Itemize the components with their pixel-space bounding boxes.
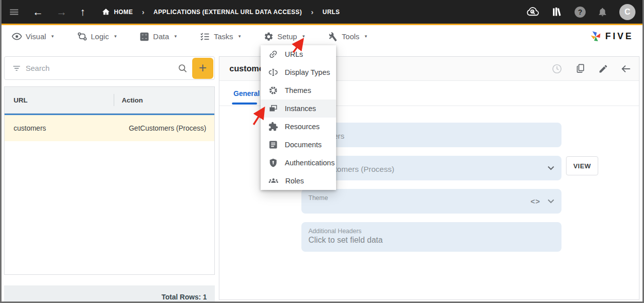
menu-item-themes[interactable]: Themes — [261, 81, 336, 99]
workflow-icon — [77, 31, 88, 42]
view-button[interactable]: VIEW — [566, 156, 598, 175]
chevron-down-icon[interactable] — [547, 199, 554, 204]
tools-icon — [328, 31, 338, 42]
theme-field[interactable]: Theme <> — [301, 189, 561, 214]
breadcrumb-home[interactable]: HOME — [102, 8, 133, 16]
breadcrumb: HOME › APPLICATIONS (EXTERNAL URL DATA A… — [102, 8, 340, 16]
menu-logic-label: Logic — [91, 32, 109, 41]
menu-tasks[interactable]: Tasks ▼ — [200, 31, 242, 42]
library-icon[interactable] — [551, 6, 563, 18]
history-clock-icon[interactable] — [551, 63, 562, 74]
additional-headers-placeholder: Click to set field data — [308, 236, 383, 245]
menu-item-instances[interactable]: Instances — [261, 99, 336, 118]
menu-tasks-label: Tasks — [214, 32, 233, 41]
people-group-icon — [268, 176, 279, 186]
five-pinwheel-icon — [589, 30, 602, 43]
table-header-row: URL Action — [5, 87, 214, 114]
table-row[interactable]: customers GetCustomers (Process) — [5, 114, 214, 141]
menu-setup[interactable]: Setup ▼ — [264, 32, 305, 42]
cell-url: customers — [5, 124, 114, 132]
chevron-down-icon: ▼ — [113, 34, 117, 39]
additional-headers-field[interactable]: Additional Headers Click to set field da… — [301, 222, 561, 252]
user-avatar[interactable]: C — [619, 4, 635, 20]
breadcrumb-urls[interactable]: URLS — [323, 9, 340, 16]
five-logo: FIVE — [589, 30, 633, 43]
breadcrumb-separator-icon: › — [138, 8, 148, 16]
gear-icon — [264, 32, 274, 42]
action-field[interactable]: GetCustomers (Process) — [301, 156, 561, 180]
collapse-back-icon[interactable] — [621, 63, 632, 74]
tab-general[interactable]: General — [233, 89, 260, 97]
top-navigation-bar: ← → ↑ HOME › APPLICATIONS (EXTERNAL URL … — [2, 0, 642, 24]
up-arrow-icon[interactable]: ↑ — [80, 7, 86, 17]
menu-item-roles-label: Roles — [285, 177, 304, 185]
chevron-down-icon: ▼ — [301, 34, 305, 39]
puzzle-icon — [268, 122, 278, 132]
copy-icon[interactable] — [575, 63, 586, 74]
column-header-url[interactable]: URL — [5, 96, 114, 104]
code-icon[interactable]: <> — [530, 197, 540, 206]
eye-icon — [12, 31, 22, 42]
chevron-down-icon: ▼ — [237, 34, 242, 39]
menu-item-resources-label: Resources — [285, 123, 319, 131]
cloud-search-icon[interactable] — [526, 5, 539, 19]
theme-wheel-icon — [268, 85, 278, 95]
menu-visual[interactable]: Visual ▼ — [12, 31, 55, 42]
menu-item-authentications-label: Authentications — [285, 159, 335, 167]
menu-item-urls-label: URLs — [285, 50, 303, 58]
chevron-down-icon[interactable] — [547, 166, 554, 170]
link-icon — [266, 47, 280, 61]
menu-item-authentications[interactable]: Authentications — [261, 154, 336, 172]
menu-item-roles[interactable]: Roles — [261, 172, 336, 190]
total-rows-label: Total Rows: 1 — [162, 293, 207, 301]
theme-field-label: Theme — [308, 194, 328, 201]
back-arrow-icon[interactable]: ← — [33, 7, 43, 17]
checklist-icon — [200, 31, 210, 42]
url-field[interactable]: customers — [301, 123, 561, 147]
chevron-down-icon: ▼ — [364, 34, 368, 39]
table-grid-icon — [139, 32, 149, 42]
breadcrumb-applications-label: APPLICATIONS (EXTERNAL URL DATA ACCESS) — [153, 9, 302, 16]
additional-headers-label: Additional Headers — [308, 228, 362, 235]
menu-item-themes-label: Themes — [285, 86, 311, 94]
filter-icon[interactable] — [12, 63, 22, 73]
shield-icon — [268, 158, 278, 168]
text-cursor-icon — [268, 67, 278, 77]
add-url-button[interactable]: + — [192, 58, 213, 79]
edit-pencil-icon[interactable] — [598, 64, 608, 74]
menu-setup-label: Setup — [277, 32, 297, 41]
setup-dropdown-menu: URLs Display Types Themes Instances — [261, 45, 336, 190]
menu-data-label: Data — [153, 32, 169, 41]
document-icon — [268, 140, 278, 150]
notifications-bell-icon[interactable] — [597, 7, 608, 17]
menu-item-urls[interactable]: URLs — [261, 45, 336, 63]
topbar-right-actions: ? C — [526, 4, 635, 20]
cell-action: GetCustomers (Process) — [114, 124, 214, 132]
breadcrumb-urls-label: URLS — [323, 9, 340, 16]
menu-item-display-types[interactable]: Display Types — [261, 63, 336, 81]
hamburger-menu-icon[interactable] — [9, 7, 20, 18]
menu-logic[interactable]: Logic ▼ — [77, 31, 118, 42]
menu-item-instances-label: Instances — [285, 105, 316, 113]
chevron-down-icon: ▼ — [174, 34, 178, 39]
menu-item-display-types-label: Display Types — [285, 68, 330, 76]
menu-tools-label: Tools — [342, 32, 359, 41]
breadcrumb-applications[interactable]: APPLICATIONS (EXTERNAL URL DATA ACCESS) — [153, 9, 302, 16]
search-icon[interactable] — [177, 63, 188, 74]
menu-tools[interactable]: Tools ▼ — [328, 31, 368, 42]
url-table: URL Action customers GetCustomers (Proce… — [4, 86, 215, 275]
column-header-action[interactable]: Action — [114, 96, 214, 104]
search-input[interactable] — [22, 64, 177, 72]
menu-data[interactable]: Data ▼ — [139, 32, 178, 42]
menu-visual-label: Visual — [26, 32, 46, 41]
forward-arrow-icon[interactable]: → — [56, 7, 67, 17]
url-list-panel: + URL Action customers GetCustomers (Pro… — [4, 56, 215, 300]
breadcrumb-separator-icon: › — [307, 8, 317, 16]
breadcrumb-home-label: HOME — [114, 9, 133, 16]
help-icon[interactable]: ? — [575, 7, 586, 18]
record-actions — [551, 63, 632, 74]
home-icon — [102, 8, 110, 16]
menu-item-resources[interactable]: Resources — [261, 118, 336, 136]
menu-item-documents[interactable]: Documents — [261, 136, 336, 154]
menubar: Visual ▼ Logic ▼ Data ▼ Tasks — [2, 25, 642, 48]
